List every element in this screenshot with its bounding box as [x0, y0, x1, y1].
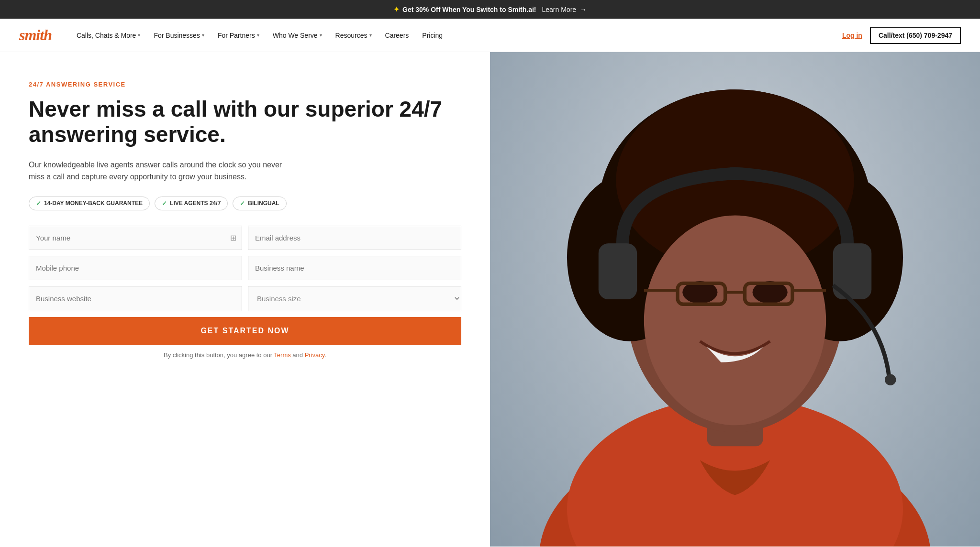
arrow-icon: → — [580, 6, 587, 13]
nav-item-pricing[interactable]: Pricing — [416, 28, 448, 43]
form-row-3: Business size 1-5 employees 6-20 employe… — [29, 286, 461, 311]
chevron-down-icon: ▾ — [138, 33, 140, 38]
check-icon: ✓ — [240, 200, 245, 207]
form-row-1: ⊞ — [29, 226, 461, 250]
badge-bilingual: ✓ BILINGUAL — [233, 197, 286, 210]
signup-form: ⊞ Business size 1-5 employees 6-20 emplo… — [29, 226, 461, 359]
nav-item-who-we-serve[interactable]: Who We Serve ▾ — [267, 28, 328, 43]
hero-title: Never miss a call with our superior 24/7… — [29, 97, 461, 147]
call-text-button[interactable]: Call/text (650) 709-2947 — [870, 27, 961, 44]
navbar: smith Calls, Chats & More ▾ For Business… — [0, 19, 980, 52]
hero-tag: 24/7 ANSWERING SERVICE — [29, 81, 461, 88]
svg-rect-17 — [599, 243, 637, 299]
hero-image — [490, 52, 980, 547]
business-size-select[interactable]: Business size 1-5 employees 6-20 employe… — [248, 286, 461, 311]
logo[interactable]: smith — [19, 26, 52, 44]
business-name-input[interactable] — [248, 256, 461, 280]
banner-learn-more-link[interactable]: Learn More → — [542, 6, 587, 13]
name-input-wrapper: ⊞ — [29, 226, 242, 250]
chevron-down-icon: ▾ — [202, 33, 204, 38]
top-banner: ✦ Get 30% Off When You Switch to Smith.a… — [0, 0, 980, 19]
hero-left: 24/7 ANSWERING SERVICE Never miss a call… — [0, 52, 490, 547]
badges-row: ✓ 14-DAY MONEY-BACK GUARANTEE ✓ LIVE AGE… — [29, 197, 461, 210]
privacy-link[interactable]: Privacy — [305, 351, 325, 359]
star-icon: ✦ — [393, 5, 400, 14]
svg-point-9 — [644, 215, 826, 425]
nav-item-careers[interactable]: Careers — [379, 28, 415, 43]
check-icon: ✓ — [36, 200, 41, 207]
nav-item-calls-chats[interactable]: Calls, Chats & More ▾ — [71, 28, 146, 43]
terms-link[interactable]: Terms — [274, 351, 290, 359]
chevron-down-icon: ▾ — [257, 33, 259, 38]
form-row-2 — [29, 256, 461, 280]
name-input[interactable] — [29, 226, 242, 250]
hero-portrait-svg — [490, 52, 980, 547]
email-input[interactable] — [248, 226, 461, 250]
nav-item-for-partners[interactable]: For Partners ▾ — [212, 28, 265, 43]
nav-item-resources[interactable]: Resources ▾ — [330, 28, 378, 43]
chevron-down-icon: ▾ — [320, 33, 322, 38]
badge-live-agents: ✓ LIVE AGENTS 24/7 — [155, 197, 228, 210]
form-disclaimer: By clicking this button, you agree to ou… — [29, 351, 461, 359]
login-link[interactable]: Log in — [842, 32, 862, 39]
hero-description: Our knowledgeable live agents answer cal… — [29, 159, 297, 183]
website-input[interactable] — [29, 286, 242, 311]
phone-input[interactable] — [29, 256, 242, 280]
nav-item-for-businesses[interactable]: For Businesses ▾ — [148, 28, 210, 43]
nav-links: Calls, Chats & More ▾ For Businesses ▾ F… — [71, 28, 842, 43]
chevron-down-icon: ▾ — [369, 33, 372, 38]
get-started-button[interactable]: GET STARTED NOW — [29, 317, 461, 345]
check-icon: ✓ — [162, 200, 167, 207]
nav-right: Log in Call/text (650) 709-2947 — [842, 27, 961, 44]
banner-text: Get 30% Off When You Switch to Smith.ai! — [402, 6, 536, 13]
badge-money-back: ✓ 14-DAY MONEY-BACK GUARANTEE — [29, 197, 150, 210]
hero-section: 24/7 ANSWERING SERVICE Never miss a call… — [0, 52, 980, 547]
contact-card-icon: ⊞ — [230, 233, 236, 242]
svg-point-19 — [885, 374, 896, 385]
